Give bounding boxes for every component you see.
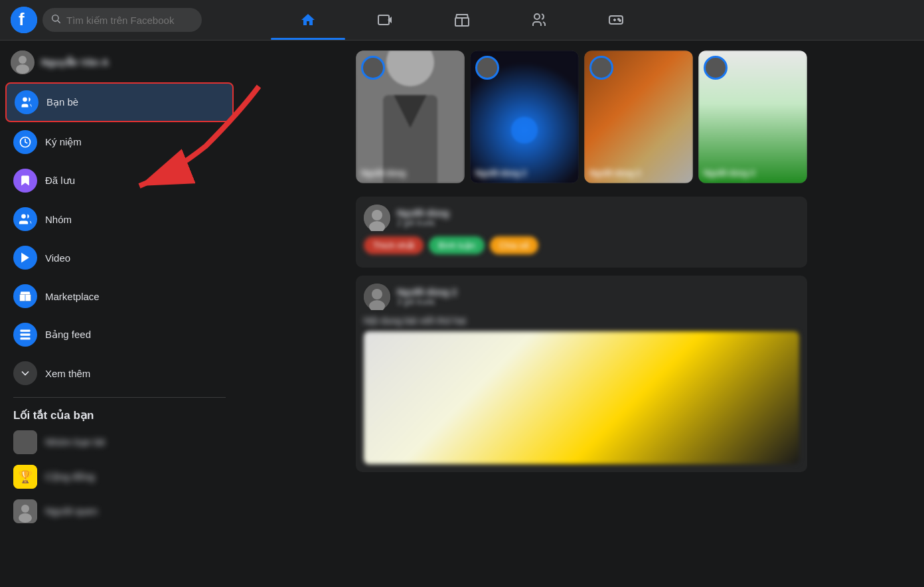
shortcut-name-3: Người quen: [45, 505, 98, 517]
post-header-1: Người dùng 2 giờ trước: [364, 205, 799, 231]
sidebar-item-marketplace-label: Marketplace: [45, 291, 100, 302]
sidebar-item-more[interactable]: Xem thêm: [5, 355, 234, 392]
sidebar-divider: [13, 397, 226, 398]
topnav-left: f: [11, 7, 223, 33]
nav-marketplace-button[interactable]: [425, 4, 499, 36]
main-content: Người dùng Người dùng 2 Người dùng 3: [239, 40, 924, 587]
sidebar-item-video[interactable]: Video: [5, 239, 234, 276]
story-avatar-badge-2: [475, 56, 499, 80]
sidebar-item-marketplace[interactable]: Marketplace: [5, 278, 234, 315]
sidebar: Nguyễn Văn A Bạn bè K: [0, 40, 239, 587]
sidebar-item-groups[interactable]: Nhóm: [5, 201, 234, 238]
svg-rect-25: [21, 333, 31, 335]
sidebar-item-video-label: Video: [45, 252, 70, 264]
post-meta-2: Người dùng 2 3 giờ trước: [397, 287, 799, 307]
sidebar-item-friends-label: Bạn bè: [46, 96, 78, 108]
svg-marker-20: [21, 253, 29, 263]
story-card-4[interactable]: Người dùng 4: [698, 50, 807, 183]
user-profile[interactable]: Nguyễn Văn A: [5, 45, 234, 80]
story-card-3[interactable]: Người dùng 3: [584, 50, 693, 183]
chevron-down-icon: [13, 361, 37, 385]
post-time-1: 2 giờ trước: [397, 218, 799, 228]
sidebar-item-feed[interactable]: Bảng feed: [5, 316, 234, 353]
story-label-4: Người dùng 4: [704, 169, 802, 178]
post-area: Người dùng 2 giờ trước Thích nhất Bình l…: [356, 197, 807, 480]
topnav-center: [223, 4, 701, 36]
shortcut-avatar-2: 🏆: [13, 465, 37, 489]
shortcut-avatar-1: [13, 430, 37, 454]
avatar: [11, 50, 35, 74]
action-badge-green[interactable]: Bình luận: [429, 236, 485, 254]
svg-point-8: [534, 14, 540, 19]
post-avatar-1: [364, 205, 390, 231]
svg-rect-24: [21, 330, 31, 332]
post-name-2: Người dùng 2: [397, 287, 799, 297]
video-icon: [13, 246, 37, 270]
post-content-2: Nội dung bài viết thứ hai: [364, 315, 799, 326]
search-input[interactable]: [66, 15, 194, 26]
memories-icon: [13, 130, 37, 154]
sidebar-item-friends[interactable]: Bạn bè: [5, 82, 234, 122]
post-actions-row-1: Thích nhất Bình luận Chia sẻ: [364, 236, 799, 254]
sidebar-item-feed-label: Bảng feed: [45, 329, 91, 341]
svg-point-15: [19, 56, 27, 64]
shortcuts-heading: Lối tắt của bạn: [5, 403, 234, 425]
story-card-2[interactable]: Người dùng 2: [470, 50, 579, 183]
action-green-label: Bình luận: [438, 240, 475, 250]
post-card-2: Người dùng 2 3 giờ trước Nội dung bài vi…: [356, 276, 807, 472]
search-bar[interactable]: [42, 8, 202, 32]
shortcut-name-1: Nhóm bạn bè: [45, 436, 106, 448]
facebook-logo[interactable]: f: [11, 7, 37, 33]
story-avatar-badge-3: [589, 56, 613, 80]
post-name-1: Người dùng: [397, 208, 799, 218]
svg-rect-27: [13, 430, 37, 454]
svg-rect-4: [378, 15, 389, 25]
svg-point-31: [21, 505, 29, 513]
action-badge-yellow[interactable]: Chia sẻ: [490, 236, 538, 254]
topnav: f: [0, 0, 924, 40]
groups-icon: [13, 207, 37, 231]
story-label-3: Người dùng 3: [589, 169, 688, 178]
marketplace-icon: [13, 284, 37, 308]
svg-line-3: [58, 21, 60, 23]
shortcut-name-2: Cộng đồng: [45, 471, 95, 483]
action-red-label: Thích nhất: [373, 240, 414, 250]
sidebar-item-saved-label: Đã lưu: [45, 175, 75, 187]
user-name-label: Nguyễn Văn A: [41, 56, 109, 68]
svg-point-2: [52, 15, 58, 21]
story-card-1[interactable]: Người dùng: [356, 50, 465, 183]
post-time-2: 3 giờ trước: [397, 297, 799, 307]
action-badge-red[interactable]: Thích nhất: [364, 236, 424, 254]
sidebar-item-memories[interactable]: Ký niệm: [5, 124, 234, 161]
svg-point-19: [21, 214, 26, 219]
shortcut-avatar-3: [13, 499, 37, 523]
post-card-1: Người dùng 2 giờ trước Thích nhất Bình l…: [356, 197, 807, 268]
svg-rect-26: [21, 337, 31, 339]
nav-video-button[interactable]: [348, 4, 422, 36]
post-image-2: [364, 331, 799, 464]
story-label-1: Người dùng: [361, 169, 459, 178]
stories-row: Người dùng Người dùng 2 Người dùng 3: [356, 40, 807, 191]
nav-gaming-button[interactable]: [579, 4, 653, 36]
sidebar-item-saved[interactable]: Đã lưu: [5, 162, 234, 199]
nav-home-button[interactable]: [271, 4, 345, 36]
shortcut-item-2[interactable]: 🏆 Cộng đồng: [5, 460, 234, 494]
page-layout: Nguyễn Văn A Bạn bè K: [0, 40, 924, 587]
story-label-2: Người dùng 2: [475, 169, 574, 178]
svg-point-41: [372, 289, 382, 299]
action-yellow-label: Chia sẻ: [499, 240, 529, 250]
svg-point-17: [23, 98, 27, 102]
post-avatar-2: [364, 284, 390, 310]
shortcut-item-1[interactable]: Nhóm bạn bè: [5, 425, 234, 460]
story-avatar-badge-4: [704, 56, 728, 80]
svg-text:f: f: [19, 9, 25, 29]
svg-point-16: [16, 64, 29, 74]
story-avatar-badge-1: [361, 56, 385, 80]
saved-icon: [13, 169, 37, 193]
sidebar-item-groups-label: Nhóm: [45, 214, 72, 225]
nav-friends-button[interactable]: [502, 4, 576, 36]
shortcut-item-3[interactable]: Người quen: [5, 494, 234, 529]
search-icon: [50, 13, 61, 27]
svg-point-13: [619, 20, 621, 21]
svg-point-32: [19, 513, 32, 523]
